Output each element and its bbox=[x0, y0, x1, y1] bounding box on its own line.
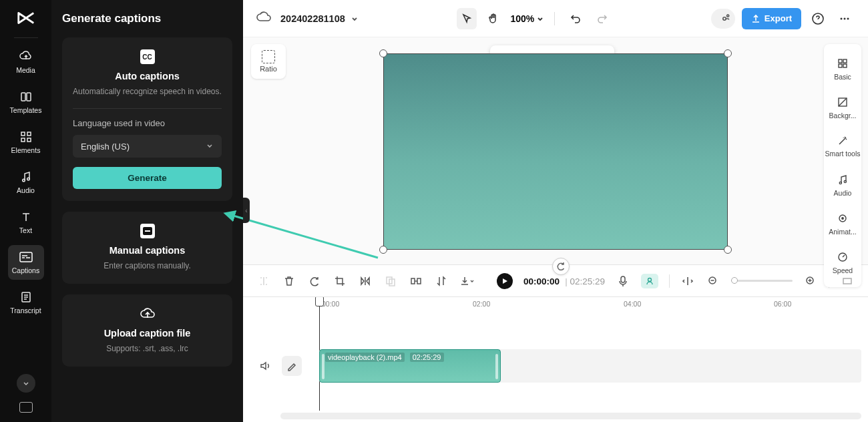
rail-label: Audio bbox=[17, 186, 35, 194]
canvas-area[interactable]: Ratio Basic Backgr... Smart tools Audio … bbox=[243, 37, 868, 264]
prop-animation[interactable]: Animat... bbox=[824, 204, 861, 243]
prop-basic[interactable]: Basic bbox=[824, 49, 861, 88]
svg-rect-3 bbox=[27, 132, 31, 136]
templates-icon bbox=[19, 90, 33, 103]
remove-gaps-icon[interactable] bbox=[409, 274, 423, 288]
more-menu[interactable] bbox=[835, 8, 855, 29]
delete-icon[interactable] bbox=[282, 274, 296, 288]
keyboard-shortcuts-icon[interactable] bbox=[19, 402, 33, 413]
manual-captions-card[interactable]: Manual captions Enter captions manually. bbox=[62, 212, 232, 284]
rotate-handle[interactable] bbox=[552, 258, 570, 275]
svg-point-29 bbox=[839, 182, 841, 184]
clip-trim-left[interactable] bbox=[322, 354, 324, 379]
zoom-slider[interactable] bbox=[731, 280, 793, 282]
panel-collapse-handle[interactable]: ‹ bbox=[243, 198, 250, 223]
mic-icon[interactable] bbox=[616, 274, 630, 288]
zoom-out-icon[interactable] bbox=[706, 274, 720, 288]
ai-voice-chip[interactable] bbox=[641, 274, 658, 288]
rail-item-text[interactable]: Text bbox=[8, 205, 44, 240]
resize-handle-br[interactable] bbox=[724, 246, 732, 254]
export-button[interactable]: Export bbox=[742, 8, 801, 29]
track-mute-icon[interactable] bbox=[255, 356, 275, 376]
language-select[interactable]: English (US) bbox=[73, 135, 222, 158]
hand-tool[interactable] bbox=[483, 8, 503, 29]
duplicate-icon[interactable] bbox=[383, 274, 398, 288]
timeline-ruler[interactable]: 00:0002:0004:0006:00 bbox=[243, 297, 868, 312]
svg-point-6 bbox=[22, 179, 25, 182]
generate-button[interactable]: Generate bbox=[73, 167, 222, 189]
text-icon bbox=[19, 210, 33, 224]
project-name-dropdown[interactable]: 202402281108 bbox=[280, 13, 359, 24]
fit-icon[interactable] bbox=[840, 274, 855, 288]
resize-handle-tl[interactable] bbox=[379, 49, 387, 57]
auto-captions-card: CC Auto captions Automatically recognize… bbox=[62, 37, 232, 201]
language-label: Language used in video bbox=[73, 118, 165, 128]
clip-duration: 02:25:29 bbox=[410, 353, 444, 362]
current-time: 00:00:00 bbox=[523, 276, 560, 286]
chevron-down-icon bbox=[537, 15, 544, 22]
rail-item-captions[interactable]: Captions bbox=[8, 245, 44, 280]
zoom-value: 100% bbox=[510, 13, 534, 24]
undo-button[interactable] bbox=[566, 8, 586, 29]
zoom-in-icon[interactable] bbox=[803, 274, 818, 288]
grid-icon bbox=[836, 57, 849, 70]
canvas-clip-frame[interactable] bbox=[383, 53, 728, 250]
mirror-icon[interactable] bbox=[358, 274, 373, 288]
main-area: 202402281108 100% Export bbox=[243, 0, 868, 422]
cloud-sync-icon[interactable] bbox=[256, 11, 271, 27]
svg-rect-24 bbox=[839, 59, 842, 63]
clip-trim-right[interactable] bbox=[495, 354, 498, 379]
svg-rect-0 bbox=[21, 93, 25, 101]
rail-item-templates[interactable]: Templates bbox=[8, 85, 44, 120]
svg-rect-5 bbox=[27, 138, 31, 142]
download-dropdown[interactable] bbox=[459, 274, 474, 288]
total-duration: 02:25:29 bbox=[570, 276, 605, 286]
ratio-button[interactable]: Ratio bbox=[251, 44, 286, 79]
rotate-icon[interactable] bbox=[307, 274, 322, 288]
captions-panel: Generate captions CC Auto captions Autom… bbox=[51, 0, 243, 422]
prop-audio[interactable]: Audio bbox=[824, 166, 861, 204]
timeline[interactable]: 00:0002:0004:0006:00 videoplayback (2).m… bbox=[243, 296, 868, 422]
split-view-icon[interactable] bbox=[680, 274, 695, 288]
track-edit-icon[interactable] bbox=[282, 356, 302, 376]
redo-button[interactable] bbox=[592, 8, 612, 29]
prop-smart-tools[interactable]: Smart tools bbox=[824, 127, 861, 166]
zoom-dropdown[interactable]: 100% bbox=[510, 13, 544, 24]
rail-expand-toggle[interactable] bbox=[17, 374, 35, 393]
help-button[interactable] bbox=[808, 8, 828, 29]
rail-label: Transcript bbox=[10, 306, 41, 314]
left-rail: Media Templates Elements Audio Text Capt… bbox=[0, 0, 51, 422]
timeline-clip[interactable]: videoplayback (2).mp4 02:25:29 bbox=[319, 349, 501, 383]
upload-caption-card[interactable]: Upload caption file Supports: .srt, .ass… bbox=[62, 294, 232, 367]
svg-rect-8 bbox=[20, 252, 32, 262]
select-tool[interactable] bbox=[457, 8, 477, 29]
svg-point-16 bbox=[847, 17, 849, 19]
zoom-slider-thumb[interactable] bbox=[731, 277, 738, 284]
svg-rect-4 bbox=[21, 138, 25, 142]
background-icon bbox=[836, 95, 849, 109]
prop-background[interactable]: Backgr... bbox=[824, 88, 861, 127]
share-button[interactable] bbox=[711, 9, 735, 29]
rail-item-transcript[interactable]: Transcript bbox=[8, 285, 44, 320]
ruler-tick: 02:00 bbox=[473, 300, 490, 308]
resize-handle-bl[interactable] bbox=[379, 246, 387, 254]
svg-point-12 bbox=[723, 17, 726, 19]
timeline-hscroll[interactable] bbox=[280, 413, 861, 419]
rail-item-audio[interactable]: Audio bbox=[8, 165, 44, 200]
rail-label: Text bbox=[19, 226, 32, 234]
magic-wand-icon bbox=[836, 134, 849, 148]
play-button[interactable] bbox=[497, 273, 513, 289]
rail-item-media[interactable]: Media bbox=[8, 45, 44, 79]
playhead-handle[interactable] bbox=[315, 296, 324, 306]
timecode: 00:00:00 | 02:25:29 bbox=[523, 276, 605, 286]
rail-item-elements[interactable]: Elements bbox=[8, 125, 44, 160]
manual-captions-icon bbox=[140, 224, 155, 238]
svg-point-14 bbox=[841, 17, 843, 19]
rail-label: Templates bbox=[10, 106, 42, 114]
app-logo[interactable] bbox=[15, 7, 37, 29]
svg-rect-40 bbox=[843, 278, 851, 284]
crop-icon[interactable] bbox=[333, 274, 347, 288]
reorder-icon[interactable] bbox=[434, 274, 449, 288]
resize-handle-tr[interactable] bbox=[724, 49, 732, 57]
split-cursor-icon[interactable] bbox=[256, 274, 271, 288]
